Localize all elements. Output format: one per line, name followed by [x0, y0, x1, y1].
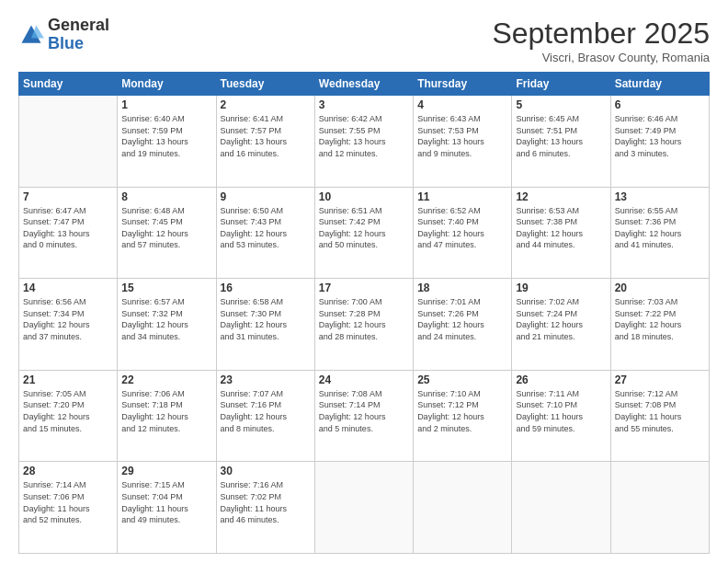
- header: General Blue September 2025 Viscri, Bras…: [18, 17, 710, 64]
- day-info: Sunrise: 7:11 AM Sunset: 7:10 PM Dayligh…: [516, 388, 606, 434]
- day-cell: 21Sunrise: 7:05 AM Sunset: 7:20 PM Dayli…: [19, 370, 118, 462]
- day-info: Sunrise: 7:10 AM Sunset: 7:12 PM Dayligh…: [417, 388, 507, 434]
- day-number: 24: [319, 373, 409, 386]
- header-right: September 2025 Viscri, Brasov County, Ro…: [492, 17, 710, 64]
- day-number: 21: [23, 373, 113, 386]
- day-cell: 28Sunrise: 7:14 AM Sunset: 7:06 PM Dayli…: [19, 462, 118, 554]
- day-cell: 11Sunrise: 6:52 AM Sunset: 7:40 PM Dayli…: [414, 187, 512, 279]
- day-number: 9: [221, 190, 311, 203]
- location: Viscri, Brasov County, Romania: [492, 51, 710, 64]
- day-cell: 20Sunrise: 7:03 AM Sunset: 7:22 PM Dayli…: [610, 279, 709, 371]
- day-cell: 25Sunrise: 7:10 AM Sunset: 7:12 PM Dayli…: [414, 370, 512, 462]
- day-info: Sunrise: 7:01 AM Sunset: 7:26 PM Dayligh…: [417, 296, 507, 342]
- day-number: 1: [121, 98, 211, 111]
- day-cell: 12Sunrise: 6:53 AM Sunset: 7:38 PM Dayli…: [512, 187, 610, 279]
- day-info: Sunrise: 6:56 AM Sunset: 7:34 PM Dayligh…: [23, 296, 113, 342]
- col-header-monday: Monday: [118, 73, 216, 96]
- day-cell: 1Sunrise: 6:40 AM Sunset: 7:59 PM Daylig…: [118, 96, 216, 188]
- day-number: 27: [615, 373, 705, 386]
- day-cell: 15Sunrise: 6:57 AM Sunset: 7:32 PM Dayli…: [118, 279, 216, 371]
- col-header-wednesday: Wednesday: [314, 73, 413, 96]
- day-number: 28: [23, 465, 113, 477]
- day-cell: 18Sunrise: 7:01 AM Sunset: 7:26 PM Dayli…: [414, 279, 512, 371]
- day-number: 26: [516, 373, 606, 386]
- day-number: 3: [319, 98, 409, 111]
- day-number: 22: [121, 373, 211, 386]
- day-cell: 23Sunrise: 7:07 AM Sunset: 7:16 PM Dayli…: [216, 370, 314, 462]
- day-info: Sunrise: 7:08 AM Sunset: 7:14 PM Dayligh…: [319, 388, 409, 434]
- day-cell: [512, 462, 610, 554]
- month-title: September 2025: [492, 17, 710, 51]
- day-info: Sunrise: 7:05 AM Sunset: 7:20 PM Dayligh…: [23, 388, 113, 434]
- day-cell: 30Sunrise: 7:16 AM Sunset: 7:02 PM Dayli…: [216, 462, 314, 554]
- day-info: Sunrise: 6:55 AM Sunset: 7:36 PM Dayligh…: [615, 205, 705, 251]
- col-header-tuesday: Tuesday: [216, 73, 314, 96]
- day-number: 12: [516, 190, 606, 203]
- day-info: Sunrise: 7:03 AM Sunset: 7:22 PM Dayligh…: [615, 296, 705, 342]
- day-number: 13: [615, 190, 705, 203]
- day-info: Sunrise: 7:14 AM Sunset: 7:06 PM Dayligh…: [23, 479, 113, 525]
- day-number: 6: [615, 98, 705, 111]
- day-info: Sunrise: 7:16 AM Sunset: 7:02 PM Dayligh…: [221, 479, 311, 525]
- day-number: 19: [516, 282, 606, 294]
- day-number: 11: [417, 190, 507, 203]
- day-info: Sunrise: 7:12 AM Sunset: 7:08 PM Dayligh…: [615, 388, 705, 434]
- day-number: 20: [615, 282, 705, 294]
- day-info: Sunrise: 6:40 AM Sunset: 7:59 PM Dayligh…: [121, 113, 211, 159]
- day-cell: 13Sunrise: 6:55 AM Sunset: 7:36 PM Dayli…: [610, 187, 709, 279]
- day-cell: 5Sunrise: 6:45 AM Sunset: 7:51 PM Daylig…: [512, 96, 610, 188]
- day-cell: 27Sunrise: 7:12 AM Sunset: 7:08 PM Dayli…: [610, 370, 709, 462]
- day-cell: [610, 462, 709, 554]
- day-number: 16: [221, 282, 311, 294]
- day-number: 25: [417, 373, 507, 386]
- logo-blue-text: Blue: [48, 35, 109, 53]
- day-number: 8: [121, 190, 211, 203]
- day-cell: 2Sunrise: 6:41 AM Sunset: 7:57 PM Daylig…: [216, 96, 314, 188]
- day-info: Sunrise: 6:52 AM Sunset: 7:40 PM Dayligh…: [417, 205, 507, 251]
- day-number: 10: [319, 190, 409, 203]
- day-cell: 29Sunrise: 7:15 AM Sunset: 7:04 PM Dayli…: [118, 462, 216, 554]
- day-cell: 17Sunrise: 7:00 AM Sunset: 7:28 PM Dayli…: [314, 279, 413, 371]
- day-cell: 26Sunrise: 7:11 AM Sunset: 7:10 PM Dayli…: [512, 370, 610, 462]
- week-row-5: 28Sunrise: 7:14 AM Sunset: 7:06 PM Dayli…: [19, 462, 710, 554]
- day-cell: 22Sunrise: 7:06 AM Sunset: 7:18 PM Dayli…: [118, 370, 216, 462]
- day-cell: 14Sunrise: 6:56 AM Sunset: 7:34 PM Dayli…: [19, 279, 118, 371]
- day-info: Sunrise: 7:06 AM Sunset: 7:18 PM Dayligh…: [121, 388, 211, 434]
- day-cell: 19Sunrise: 7:02 AM Sunset: 7:24 PM Dayli…: [512, 279, 610, 371]
- day-number: 14: [23, 282, 113, 294]
- day-cell: 4Sunrise: 6:43 AM Sunset: 7:53 PM Daylig…: [414, 96, 512, 188]
- day-number: 7: [23, 190, 113, 203]
- day-number: 15: [121, 282, 211, 294]
- day-cell: 8Sunrise: 6:48 AM Sunset: 7:45 PM Daylig…: [118, 187, 216, 279]
- day-info: Sunrise: 6:41 AM Sunset: 7:57 PM Dayligh…: [221, 113, 311, 159]
- logo-general-text: General: [48, 17, 109, 35]
- calendar-table: SundayMondayTuesdayWednesdayThursdayFrid…: [18, 72, 710, 554]
- day-number: 30: [221, 465, 311, 477]
- day-cell: [19, 96, 118, 188]
- day-cell: 10Sunrise: 6:51 AM Sunset: 7:42 PM Dayli…: [314, 187, 413, 279]
- day-info: Sunrise: 6:42 AM Sunset: 7:55 PM Dayligh…: [319, 113, 409, 159]
- day-info: Sunrise: 6:46 AM Sunset: 7:49 PM Dayligh…: [615, 113, 705, 159]
- col-header-thursday: Thursday: [414, 73, 512, 96]
- day-cell: 3Sunrise: 6:42 AM Sunset: 7:55 PM Daylig…: [314, 96, 413, 188]
- day-info: Sunrise: 7:07 AM Sunset: 7:16 PM Dayligh…: [221, 388, 311, 434]
- day-info: Sunrise: 7:15 AM Sunset: 7:04 PM Dayligh…: [121, 479, 211, 525]
- col-header-sunday: Sunday: [19, 73, 118, 96]
- week-row-1: 1Sunrise: 6:40 AM Sunset: 7:59 PM Daylig…: [19, 96, 710, 188]
- day-cell: 7Sunrise: 6:47 AM Sunset: 7:47 PM Daylig…: [19, 187, 118, 279]
- day-number: 23: [221, 373, 311, 386]
- day-number: 4: [417, 98, 507, 111]
- logo-icon: [18, 22, 44, 48]
- day-info: Sunrise: 6:43 AM Sunset: 7:53 PM Dayligh…: [417, 113, 507, 159]
- day-info: Sunrise: 6:45 AM Sunset: 7:51 PM Dayligh…: [516, 113, 606, 159]
- col-header-saturday: Saturday: [610, 73, 709, 96]
- logo-text: General Blue: [48, 17, 109, 53]
- logo: General Blue: [18, 17, 109, 53]
- col-header-friday: Friday: [512, 73, 610, 96]
- day-info: Sunrise: 7:02 AM Sunset: 7:24 PM Dayligh…: [516, 296, 606, 342]
- day-number: 18: [417, 282, 507, 294]
- day-number: 2: [221, 98, 311, 111]
- day-info: Sunrise: 6:58 AM Sunset: 7:30 PM Dayligh…: [221, 296, 311, 342]
- day-cell: 9Sunrise: 6:50 AM Sunset: 7:43 PM Daylig…: [216, 187, 314, 279]
- calendar-header-row: SundayMondayTuesdayWednesdayThursdayFrid…: [19, 73, 710, 96]
